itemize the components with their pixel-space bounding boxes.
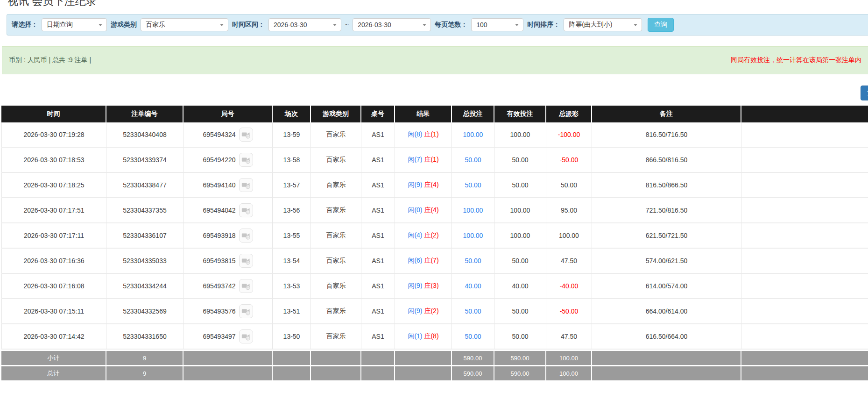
cell-total-bet: 100.00 <box>452 122 494 148</box>
video-replay-button[interactable] <box>239 279 253 293</box>
search-button[interactable]: 查询 <box>648 18 674 32</box>
cell-valid-bet: 50.00 <box>494 299 546 324</box>
table-row: 2026-03-30 07:19:28 523304340408 6954943… <box>1 122 868 148</box>
page-size-select[interactable]: 100 <box>471 18 523 31</box>
cell-valid-bet: 100.00 <box>494 122 546 148</box>
cell-payout: 47.50 <box>546 324 592 350</box>
total-bet-link[interactable]: 50.00 <box>465 181 481 189</box>
cell-payout: 47.50 <box>546 249 592 274</box>
cell-session: 13-59 <box>273 122 311 148</box>
video-replay-button[interactable] <box>239 128 253 142</box>
chevron-down-icon <box>634 24 637 26</box>
cell-remark: 664.00/614.00 <box>592 299 741 324</box>
header-total-bet: 总投注 <box>452 106 494 122</box>
cell-bet-id: 523304339374 <box>106 148 183 173</box>
cell-round-id: 695494324 <box>183 122 273 148</box>
video-replay-button[interactable] <box>239 178 253 192</box>
game-type-select[interactable]: 百家乐 <box>141 18 228 31</box>
chevron-down-icon <box>333 24 337 26</box>
table-row: 2026-03-30 07:14:42 523304331650 6954934… <box>1 324 868 350</box>
header-round-id: 局号 <box>183 106 273 122</box>
game-type-label: 游戏类别 <box>111 21 137 29</box>
video-replay-button[interactable] <box>239 203 253 217</box>
cell-result: 闲(0) 庄(4) <box>395 198 452 223</box>
round-id-text: 695494140 <box>203 181 235 189</box>
round-id-text: 695493742 <box>203 282 235 290</box>
header-time: 时间 <box>1 106 106 122</box>
cell-remark: 616.50/664.00 <box>592 324 741 350</box>
total-bet-link[interactable]: 50.00 <box>465 257 481 264</box>
cell-time: 2026-03-30 07:16:36 <box>1 249 106 274</box>
cell-time: 2026-03-30 07:15:11 <box>1 299 106 324</box>
total-bet-link[interactable]: 100.00 <box>463 207 483 214</box>
header-session: 场次 <box>273 106 311 122</box>
cell-round-id: 695493497 <box>183 324 273 350</box>
cell-round-id: 695494140 <box>183 173 273 198</box>
video-camera-icon <box>241 155 251 164</box>
cell-remark: 574.00/621.50 <box>592 249 741 274</box>
round-id-text: 695493497 <box>203 333 235 340</box>
result-player: 闲(6) <box>408 257 422 264</box>
result-banker: 庄(8) <box>424 332 438 340</box>
cell-table-no: AS1 <box>361 148 395 173</box>
cell-total-bet: 50.00 <box>452 324 494 350</box>
cell-result: 闲(1) 庄(8) <box>395 324 452 350</box>
date-range-separator: ~ <box>345 21 349 29</box>
total-bet-link[interactable]: 50.00 <box>465 307 481 315</box>
cell-result: 闲(9) 庄(4) <box>395 173 452 198</box>
round-id-text: 695493815 <box>203 257 235 264</box>
cell-round-id: 695493742 <box>183 274 273 299</box>
cell-session: 13-56 <box>273 198 311 223</box>
table-row: 2026-03-30 07:17:51 523304337355 6954940… <box>1 198 868 223</box>
cell-bet-id: 523304334244 <box>106 274 183 299</box>
chevron-down-icon <box>99 24 102 26</box>
sort-order-value: 降幂(由大到小) <box>569 21 612 29</box>
subtotal-payout: 100.00 <box>546 350 592 365</box>
result-player: 闲(4) <box>408 231 422 239</box>
header-bet-id: 注单编号 <box>106 106 183 122</box>
cell-time: 2026-03-30 07:17:51 <box>1 198 106 223</box>
sort-order-select[interactable]: 降幂(由大到小) <box>564 18 642 31</box>
video-replay-button[interactable] <box>239 329 253 343</box>
cell-game-type: 百家乐 <box>311 249 361 274</box>
video-camera-icon <box>241 307 251 316</box>
result-player: 闲(1) <box>408 332 422 340</box>
cell-time: 2026-03-30 07:18:25 <box>1 173 106 198</box>
currency-total-text: 币别 : 人民币 | 总共 :9 注单 | <box>9 56 91 64</box>
video-replay-button[interactable] <box>239 153 253 167</box>
cell-extra <box>741 249 868 274</box>
total-payout: 100.00 <box>546 365 592 380</box>
cell-valid-bet: 100.00 <box>494 198 546 223</box>
valid-bet-notice-text: 同局有效投注，统一计算在该局第一张注单内 <box>731 56 861 64</box>
table-row: 2026-03-30 07:18:25 523304338477 6954941… <box>1 173 868 198</box>
pagination-page-1-button[interactable]: 1 <box>861 86 868 100</box>
cell-payout: 100.00 <box>546 223 592 249</box>
date-from-select[interactable]: 2026-03-30 <box>268 18 341 31</box>
cell-bet-id: 523304338477 <box>106 173 183 198</box>
total-bet-link[interactable]: 50.00 <box>465 333 481 340</box>
total-bet-link[interactable]: 100.00 <box>463 131 483 138</box>
total-bet-link[interactable]: 100.00 <box>463 232 483 239</box>
video-camera-icon <box>241 130 251 139</box>
cell-bet-id: 523304336107 <box>106 223 183 249</box>
round-id-text: 695494324 <box>203 131 235 138</box>
cell-game-type: 百家乐 <box>311 223 361 249</box>
cell-time: 2026-03-30 07:19:28 <box>1 122 106 148</box>
cell-extra <box>741 148 868 173</box>
table-row: 2026-03-30 07:16:08 523304334244 6954937… <box>1 274 868 299</box>
cell-extra <box>741 198 868 223</box>
total-bet-link[interactable]: 50.00 <box>465 156 481 164</box>
cell-bet-id: 523304331650 <box>106 324 183 350</box>
cell-table-no: AS1 <box>361 198 395 223</box>
video-replay-button[interactable] <box>239 304 253 318</box>
video-replay-button[interactable] <box>239 229 253 243</box>
date-to-select[interactable]: 2026-03-30 <box>353 18 431 31</box>
result-banker: 庄(2) <box>424 307 438 314</box>
total-bet-link[interactable]: 40.00 <box>465 282 481 290</box>
video-replay-button[interactable] <box>239 254 253 268</box>
result-banker: 庄(4) <box>424 181 438 188</box>
query-type-label: 请选择： <box>12 21 38 29</box>
cell-valid-bet: 50.00 <box>494 249 546 274</box>
query-type-select[interactable]: 日期查询 <box>42 18 107 31</box>
cell-table-no: AS1 <box>361 249 395 274</box>
